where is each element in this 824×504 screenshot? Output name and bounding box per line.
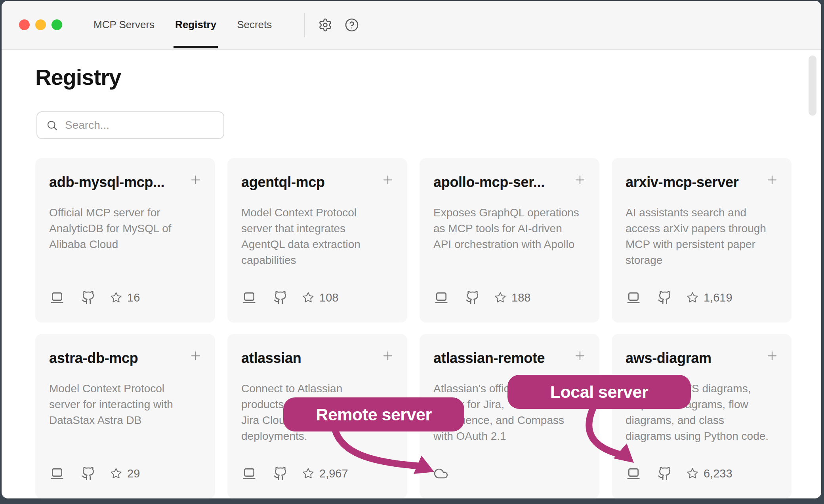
search-box[interactable] [36,111,224,139]
remote-server-callout-label: Remote server [316,405,431,424]
search-icon [46,119,58,131]
laptop-icon [49,290,65,305]
add-server-button[interactable] [382,174,394,186]
scrollbar-thumb[interactable] [809,55,816,116]
card-footer: 16 [49,289,140,306]
server-name: arxiv-mcp-server [626,174,758,191]
server-card[interactable]: apollo-mcp-ser... Exposes GraphQL operat… [420,158,599,323]
github-icon[interactable] [81,290,96,305]
server-card[interactable]: astra-db-mcp Model Context Protocol serv… [35,334,215,498]
card-footer: 1,619 [626,289,732,306]
github-icon[interactable] [273,466,288,481]
card-footer: 188 [433,289,530,306]
card-footer: 29 [49,465,140,482]
server-name: aws-diagram [626,350,758,367]
help-icon[interactable] [345,18,359,32]
github-icon[interactable] [273,290,288,305]
server-name: astra-db-mcp [49,350,182,367]
card-footer [433,465,448,482]
server-card[interactable]: aws-diagram Generate AWS diagrams, seque… [612,334,792,498]
star-count: 188 [511,291,530,304]
titlebar-tabs: MCP Servers Registry Secrets [93,1,273,48]
star-icon [110,468,122,479]
server-card[interactable]: arxiv-mcp-server AI assistants search an… [612,158,792,323]
server-name: agentql-mcp [241,174,374,191]
github-icon[interactable] [465,290,480,305]
server-card[interactable]: agentql-mcp Model Context Protocol serve… [227,158,407,323]
star-icon [494,292,506,304]
add-server-button[interactable] [574,350,586,362]
github-icon[interactable] [657,290,672,305]
server-name: atlassian [241,350,374,367]
search-input[interactable] [64,118,216,132]
add-server-button[interactable] [766,174,778,186]
traffic-lights [19,19,62,30]
star-count: 108 [319,291,338,304]
laptop-icon [433,290,449,305]
zoom-window-button[interactable] [52,19,62,30]
remote-server-callout: Remote server [283,397,464,431]
star-icon [302,292,314,304]
server-description: Official MCP server for AnalyticDB for M… [49,205,204,252]
server-name: adb-mysql-mcp... [49,174,182,191]
add-server-button[interactable] [766,350,778,362]
local-server-callout: Local server [507,375,691,409]
card-footer: 108 [241,289,338,306]
star-count: 16 [127,291,140,304]
star-count: 29 [127,467,140,480]
server-description: AI assistants search and access arXiv pa… [626,205,780,268]
titlebar: MCP Servers Registry Secrets [2,1,821,50]
server-description: Model Context Protocol server that integ… [241,205,396,268]
close-window-button[interactable] [19,19,30,30]
laptop-icon [626,290,641,305]
registry-grid: adb-mysql-mcp... Official MCP server for… [35,158,792,498]
laptop-icon [241,290,257,305]
settings-gear-icon[interactable] [318,18,332,32]
star-count: 6,233 [704,467,732,480]
tab-secrets[interactable]: Secrets [236,1,273,48]
card-footer: 2,967 [241,465,348,482]
titlebar-divider [304,13,305,37]
github-icon[interactable] [81,466,96,481]
add-server-button[interactable] [382,350,394,362]
cloud-icon [433,466,448,481]
add-server-button[interactable] [190,350,202,362]
star-count: 1,619 [704,291,732,304]
server-name: apollo-mcp-ser... [433,174,566,191]
server-description: Exposes GraphQL operations as MCP tools … [433,205,588,252]
page-title: Registry [35,64,121,90]
star-icon [302,468,314,479]
tab-registry[interactable]: Registry [174,1,217,48]
server-card[interactable]: adb-mysql-mcp... Official MCP server for… [35,158,215,323]
star-count: 2,967 [319,467,348,480]
card-footer: 6,233 [626,465,732,482]
star-icon [687,292,698,304]
star-icon [687,468,698,479]
laptop-icon [626,466,641,481]
local-server-callout-label: Local server [550,382,648,402]
star-icon [110,292,122,304]
server-name: atlassian-remote [433,350,566,367]
github-icon[interactable] [657,466,672,481]
server-description: Model Context Protocol server for intera… [49,381,204,428]
laptop-icon [49,466,65,481]
laptop-icon [241,466,257,481]
add-server-button[interactable] [190,174,202,186]
tab-mcp-servers[interactable]: MCP Servers [93,1,155,48]
add-server-button[interactable] [574,174,586,186]
minimize-window-button[interactable] [35,19,46,30]
